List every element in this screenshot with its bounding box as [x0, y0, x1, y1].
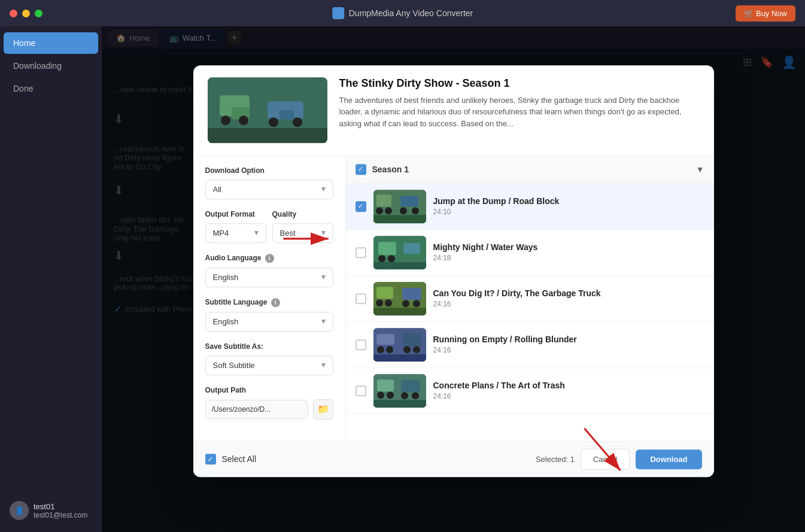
svg-point-30: [413, 300, 420, 307]
main-layout: Home Downloading Done 👤 test01 test01@te…: [0, 26, 805, 532]
subtitle-language-select[interactable]: English Spanish None: [205, 312, 333, 332]
episode-4-thumbnail: [373, 328, 426, 361]
svg-rect-22: [403, 243, 420, 254]
svg-point-3: [221, 115, 230, 125]
subtitle-language-group: Subtitle Language i English Spanish None…: [205, 298, 333, 332]
download-button[interactable]: Download: [636, 449, 701, 469]
cancel-button[interactable]: Cancel: [581, 449, 630, 470]
sidebar-item-done[interactable]: Done: [4, 78, 98, 99]
season-checkbox[interactable]: ✓: [356, 164, 366, 175]
episode-item: ✓: [346, 184, 714, 230]
svg-rect-14: [400, 196, 418, 206]
svg-rect-39: [373, 354, 426, 361]
close-button[interactable]: [10, 10, 17, 17]
svg-point-46: [412, 392, 419, 399]
sidebar-item-downloading[interactable]: Downloading: [4, 55, 98, 77]
svg-point-34: [377, 346, 384, 353]
episode-5-info: Concrete Plans / The Art of Trash 24:16: [433, 381, 704, 400]
left-panel: Download Option All Selected ▼ Output Fo…: [193, 156, 346, 441]
browse-folder-button[interactable]: 📁: [313, 399, 333, 419]
svg-point-4: [239, 115, 248, 125]
episode-4-info: Running on Empty / Rolling Blunder 24:16: [433, 335, 704, 354]
episode-3-checkbox[interactable]: [356, 293, 366, 304]
audio-language-label: Audio Language i: [205, 254, 333, 263]
output-format-group: Output Format MP4 MKV AVI ▼: [205, 210, 266, 243]
svg-point-21: [388, 255, 395, 262]
episode-item: Concrete Plans / The Art of Trash 24:16: [346, 368, 714, 414]
quality-select[interactable]: Best 1080p 720p: [272, 223, 333, 243]
episode-4-duration: 24:16: [433, 346, 704, 354]
audio-language-select[interactable]: English Spanish French: [205, 267, 333, 287]
season-header: ✓ Season 1 ▼: [346, 156, 714, 184]
output-path-input[interactable]: [205, 400, 308, 419]
user-name: test01: [34, 502, 87, 511]
subtitle-language-label: Subtitle Language i: [205, 298, 333, 307]
user-info: test01 test01@test.com: [34, 502, 87, 519]
modal-header: The Stinky Dirty Show - Season 1 The adv…: [193, 65, 714, 156]
svg-rect-17: [373, 215, 426, 223]
episode-3-info: Can You Dig It? / Dirty, The Garbage Tru…: [433, 288, 704, 308]
footer-left: ✓ Select All: [205, 454, 257, 464]
svg-rect-25: [376, 287, 393, 299]
show-title: The Stinky Dirty Show - Season 1: [339, 77, 700, 90]
output-path-label: Output Path: [205, 386, 333, 394]
svg-point-16: [412, 207, 419, 214]
output-format-select[interactable]: MP4 MKV AVI: [205, 223, 266, 243]
svg-rect-47: [373, 400, 426, 408]
output-path-row: 📁: [205, 399, 333, 419]
episode-5-checkbox[interactable]: [356, 385, 366, 396]
episode-2-duration: 24:18: [433, 254, 704, 262]
sidebar: Home Downloading Done 👤 test01 test01@te…: [0, 26, 102, 532]
save-subtitle-select[interactable]: Soft Subtitle Hard Subtitle External Fil…: [205, 355, 333, 375]
right-panel: ✓ Season 1 ▼ ✓: [346, 156, 714, 441]
title-bar: DumpMedia Any Video Converter 🛒 Buy Now: [0, 0, 805, 26]
selected-count: Selected: 1: [536, 455, 575, 464]
season-chevron-icon[interactable]: ▼: [696, 165, 704, 174]
episode-4-checkbox[interactable]: [356, 339, 366, 350]
svg-point-8: [293, 117, 302, 127]
save-subtitle-group: Save Subtitle As: Soft Subtitle Hard Sub…: [205, 342, 333, 375]
episode-1-title: Jump at the Dump / Road Block: [433, 196, 704, 206]
episode-5-title: Concrete Plans / The Art of Trash: [433, 381, 704, 390]
episode-2-checkbox[interactable]: [356, 247, 366, 258]
audio-language-wrapper: English Spanish French ▼: [205, 267, 333, 287]
svg-point-12: [376, 207, 383, 214]
svg-point-27: [385, 299, 392, 306]
episode-3-duration: 24:16: [433, 300, 704, 308]
save-subtitle-wrapper: Soft Subtitle Hard Subtitle External Fil…: [205, 355, 333, 375]
episode-5-duration: 24:16: [433, 392, 704, 400]
episode-item: Can You Dig It? / Dirty, The Garbage Tru…: [346, 276, 714, 322]
app-title: DumpMedia Any Video Converter: [332, 7, 473, 19]
episode-2-info: Mighty Night / Water Ways 24:18: [433, 242, 704, 262]
modal-footer: ✓ Select All Selected: 1 Cancel Download: [193, 441, 714, 477]
select-all-label[interactable]: Select All: [222, 454, 257, 464]
user-email: test01@test.com: [34, 511, 87, 519]
svg-rect-41: [377, 379, 394, 391]
footer-right: Selected: 1 Cancel Download: [536, 449, 702, 470]
svg-point-45: [401, 392, 408, 399]
sidebar-item-home[interactable]: Home: [4, 32, 98, 54]
buy-now-button[interactable]: 🛒 Buy Now: [736, 5, 795, 22]
svg-rect-23: [373, 262, 426, 269]
svg-rect-19: [378, 242, 396, 255]
svg-rect-44: [401, 380, 420, 392]
episode-item: Running on Empty / Rolling Blunder 24:16: [346, 322, 714, 368]
show-description: The adventures of best friends and unlik…: [339, 95, 700, 130]
svg-rect-11: [376, 194, 391, 206]
modal-body: Download Option All Selected ▼ Output Fo…: [193, 156, 714, 441]
episode-4-title: Running on Empty / Rolling Blunder: [433, 335, 704, 344]
maximize-button[interactable]: [35, 10, 42, 17]
download-option-label: Download Option: [205, 166, 333, 175]
select-all-checkbox[interactable]: ✓: [205, 454, 216, 464]
save-subtitle-label: Save Subtitle As:: [205, 342, 333, 351]
season-header-left: ✓ Season 1: [356, 164, 409, 175]
output-path-group: Output Path 📁: [205, 386, 333, 419]
download-option-select[interactable]: All Selected: [205, 180, 333, 199]
format-quality-row: Output Format MP4 MKV AVI ▼: [205, 210, 333, 254]
subtitle-language-wrapper: English Spanish None ▼: [205, 312, 333, 332]
svg-point-20: [378, 255, 385, 262]
minimize-button[interactable]: [22, 10, 30, 17]
quality-wrapper: Best 1080p 720p ▼: [272, 223, 333, 243]
svg-point-42: [377, 391, 384, 399]
episode-1-checkbox[interactable]: ✓: [356, 201, 366, 212]
